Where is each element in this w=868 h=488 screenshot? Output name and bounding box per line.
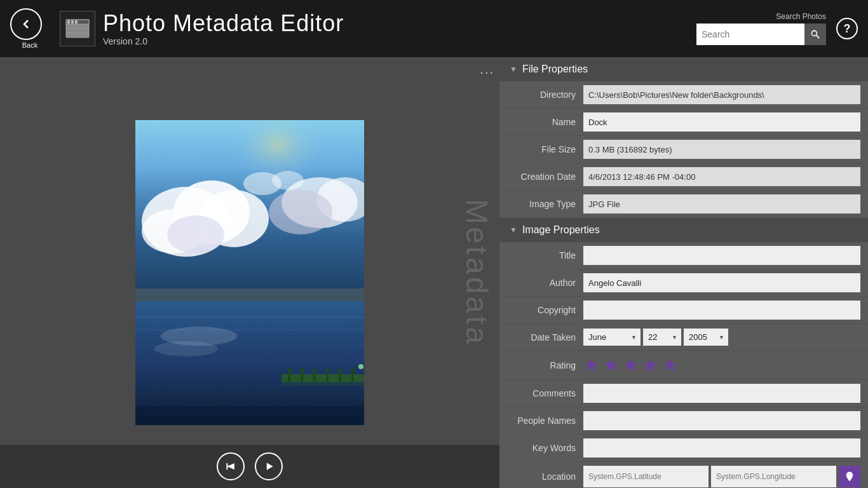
star-4[interactable]: ★ — [642, 355, 658, 376]
location-field-row: Location — [499, 462, 868, 488]
comments-label: Comments — [507, 388, 583, 398]
star-3[interactable]: ★ — [623, 355, 639, 376]
svg-rect-40 — [226, 463, 227, 470]
author-label: Author — [507, 278, 583, 288]
app-header: Back Photo Metadata Editor Version 2.0 S… — [0, 0, 868, 57]
year-select-wrap: 2000200120022003200420052006200720082009… — [684, 329, 728, 346]
svg-rect-33 — [326, 368, 329, 382]
filesize-value[interactable] — [583, 140, 860, 159]
people-names-label: People Names — [507, 416, 583, 426]
svg-rect-34 — [339, 368, 341, 382]
svg-rect-35 — [351, 368, 354, 382]
more-options-button[interactable]: ... — [480, 62, 494, 77]
title-label: Title — [507, 250, 583, 261]
title-value[interactable] — [583, 246, 860, 265]
svg-point-28 — [154, 341, 218, 356]
month-select[interactable]: JanuaryFebruaryMarchAprilMayJuneJulyAugu… — [583, 329, 641, 346]
month-select-wrap: JanuaryFebruaryMarchAprilMayJuneJulyAugu… — [583, 329, 641, 346]
directory-value[interactable] — [583, 85, 860, 104]
name-value[interactable] — [583, 112, 860, 132]
app-icon — [60, 11, 95, 46]
svg-point-36 — [358, 364, 363, 369]
longitude-input[interactable] — [711, 466, 836, 487]
directory-label: Directory — [507, 90, 583, 100]
svg-point-18 — [269, 190, 332, 234]
app-title: Photo Metadata Editor — [103, 11, 696, 36]
play-button[interactable] — [255, 452, 283, 480]
copyright-label: Copyright — [507, 305, 583, 315]
copyright-field-row: Copyright — [499, 297, 868, 324]
filesize-field-row: File Size — [499, 136, 868, 163]
svg-rect-30 — [288, 368, 290, 382]
location-inputs — [583, 466, 860, 487]
stars-wrap: ★ ★ ★ ★ ★ — [583, 355, 678, 376]
search-area: Search Photos — [696, 12, 826, 45]
creation-date-value[interactable] — [583, 167, 860, 186]
latitude-input[interactable] — [583, 466, 709, 487]
app-title-wrap: Photo Metadata Editor Version 2.0 — [103, 11, 696, 46]
prev-button[interactable] — [217, 452, 245, 480]
image-controls — [0, 445, 499, 488]
back-button[interactable] — [10, 8, 42, 40]
author-value[interactable] — [583, 273, 860, 292]
title-field-row: Title — [499, 242, 868, 269]
svg-line-8 — [817, 36, 820, 39]
svg-rect-37 — [281, 382, 364, 386]
svg-marker-41 — [267, 463, 273, 470]
year-select[interactable]: 2000200120022003200420052006200720082009… — [684, 329, 728, 346]
directory-field-row: Directory — [499, 81, 868, 109]
file-properties-header[interactable]: ▼ File Properties — [499, 57, 868, 81]
name-field-row: Name — [499, 109, 868, 136]
date-selects: JanuaryFebruaryMarchAprilMayJuneJulyAugu… — [583, 329, 860, 346]
svg-rect-4 — [75, 20, 78, 24]
image-type-label: Image Type — [507, 199, 583, 209]
star-2[interactable]: ★ — [603, 355, 619, 376]
search-button[interactable] — [804, 24, 826, 45]
people-names-field-row: People Names — [499, 407, 868, 435]
svg-rect-38 — [135, 406, 364, 425]
date-taken-field-row: Date Taken JanuaryFebruaryMarchAprilMayJ… — [499, 324, 868, 351]
comments-value[interactable] — [583, 384, 860, 403]
svg-point-20 — [272, 171, 304, 190]
svg-point-7 — [811, 30, 817, 36]
main-content: ... Metadata — [0, 57, 868, 488]
rating-field-row: Rating ★ ★ ★ ★ ★ — [499, 351, 868, 380]
app-version: Version 2.0 — [103, 36, 696, 46]
right-panel: ▼ File Properties Directory Name File Si… — [499, 57, 868, 488]
photo-preview — [135, 120, 364, 425]
people-names-value[interactable] — [583, 411, 860, 430]
svg-rect-3 — [71, 20, 74, 24]
image-properties-chevron: ▼ — [510, 226, 517, 234]
image-type-field-row: Image Type — [499, 191, 868, 218]
name-label: Name — [507, 117, 583, 127]
key-words-label: Key Words — [507, 443, 583, 453]
file-properties-title: File Properties — [522, 64, 588, 75]
search-label: Search Photos — [776, 12, 826, 21]
image-properties-title: Image Properties — [522, 224, 600, 236]
svg-rect-32 — [313, 368, 316, 382]
key-words-value[interactable] — [583, 438, 860, 458]
photo-preview-container — [135, 120, 364, 425]
image-type-value[interactable] — [583, 194, 860, 214]
star-5[interactable]: ★ — [662, 355, 678, 376]
location-pin-button[interactable] — [839, 466, 860, 487]
image-properties-header[interactable]: ▼ Image Properties — [499, 218, 868, 242]
day-select[interactable]: 1234567891011121314151617181920212223242… — [643, 329, 681, 346]
left-panel: ... Metadata — [0, 57, 499, 488]
svg-marker-39 — [227, 463, 234, 470]
search-input-wrap — [696, 24, 826, 45]
day-select-wrap: 1234567891011121314151617181920212223242… — [643, 329, 681, 346]
creation-date-field-row: Creation Date — [499, 163, 868, 191]
file-properties-chevron: ▼ — [510, 65, 517, 74]
svg-rect-31 — [301, 368, 303, 382]
search-input[interactable] — [696, 25, 804, 43]
copyright-value[interactable] — [583, 301, 860, 320]
back-label: Back — [22, 41, 37, 49]
star-1[interactable]: ★ — [583, 355, 599, 376]
help-button[interactable]: ? — [836, 18, 858, 39]
watermark: Metadata — [459, 199, 494, 346]
rating-label: Rating — [507, 360, 583, 370]
location-label: Location — [507, 471, 583, 482]
date-taken-label: Date Taken — [507, 332, 583, 342]
svg-rect-2 — [67, 20, 70, 24]
